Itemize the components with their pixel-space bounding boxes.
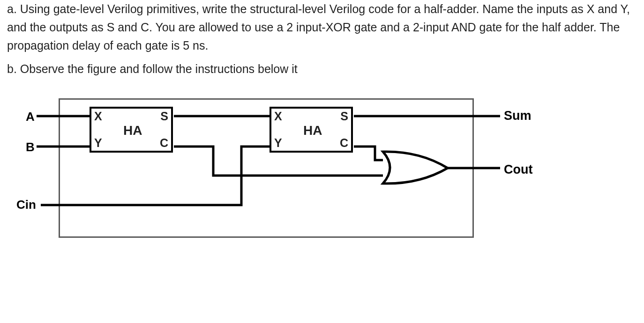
question-part-b: b. Observe the figure and follow the ins… bbox=[7, 60, 637, 78]
full-adder-diagram: A B Cin X Y S C HA X Y S C HA Sum Cout bbox=[26, 90, 616, 240]
or-gate-icon bbox=[383, 152, 448, 184]
question-part-a: a. Using gate-level Verilog primitives, … bbox=[7, 0, 637, 54]
wiring-svg bbox=[26, 90, 616, 240]
